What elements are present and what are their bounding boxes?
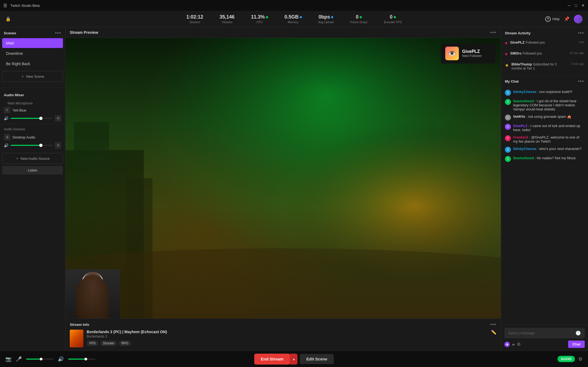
chat-menu-button[interactable]: ••• xyxy=(578,79,584,84)
edit-stream-info-button[interactable]: ✏️ xyxy=(491,330,496,335)
caret-icon: ▲ xyxy=(292,357,295,361)
chat-text-stinkycheese-1: : non explosive build?! xyxy=(537,90,572,94)
stat-avg-upload: 0bps Avg Upload xyxy=(318,14,334,24)
encoder-fps-label: Encoder FPS xyxy=(384,20,402,24)
game-scene-svg xyxy=(65,38,501,318)
scenes-section: Scenes ••• Main Downtime Be Right Back ＋… xyxy=(0,27,65,88)
audio-sources-label: Audio Sources xyxy=(0,126,65,133)
edit-scene-button[interactable]: Edit Scene xyxy=(300,354,334,364)
settings-button[interactable]: ⚙ xyxy=(578,356,583,362)
camera-icon[interactable]: 📷 xyxy=(5,356,11,362)
webcam-person xyxy=(65,269,120,318)
stream-info-menu-button[interactable]: ••• xyxy=(490,322,496,327)
chat-avatar-seemsgood-2: S xyxy=(505,156,511,162)
scene-item-main[interactable]: Main xyxy=(2,38,63,48)
stat-cpu: 11.3% CPU xyxy=(251,14,268,24)
activity-body-biblethump: BibleThump Subscribed for 2 months at Ti… xyxy=(511,62,568,70)
viewers-label: Viewers xyxy=(222,20,232,24)
desktop-audio-slider-row: 🔊 ⚙ xyxy=(4,142,61,149)
preview-menu-button[interactable]: ••• xyxy=(490,30,496,35)
bottom-slider-track-2[interactable] xyxy=(68,359,95,360)
right-panel: Stream Activity ••• ♥ GivePLZ Followed y… xyxy=(501,27,588,351)
chat-message-seemsgood-1: S SeemsGood : I got rid of the shield he… xyxy=(501,97,588,113)
activity-item-giveplz: ♥ GivePLZ Followed you now xyxy=(501,38,588,49)
user-avatar[interactable] xyxy=(574,15,583,23)
follower-info: GivePLZ New Follower xyxy=(462,49,482,58)
minimize-button[interactable]: ─ xyxy=(568,3,571,8)
frame-drops-value: 0 xyxy=(356,14,362,20)
tag-fps: FPS xyxy=(87,341,98,346)
chat-input-placeholder[interactable]: Send a message xyxy=(508,331,573,335)
desktop-audio-icon: 🖥 xyxy=(4,134,10,140)
scene-item-be-right-back[interactable]: Be Right Back xyxy=(2,59,63,69)
statsbar-right: ? Help 📌 xyxy=(545,15,583,23)
new-audio-label: New Audio Source xyxy=(21,157,50,161)
viewers-value: 35,146 xyxy=(220,14,235,20)
end-stream-button[interactable]: End Stream xyxy=(254,354,290,365)
microphone-bottom-icon[interactable]: 🎤 xyxy=(16,356,22,362)
bottom-slider-thumb-2[interactable] xyxy=(84,358,87,360)
chat-actions: ◉ ∞ ⚙ Chat xyxy=(504,341,585,348)
session-value: 1:02:12 xyxy=(186,14,203,20)
end-stream-caret-button[interactable]: ▲ xyxy=(290,354,298,365)
session-label: Session xyxy=(189,20,200,24)
chat-settings-button[interactable]: ⚙ xyxy=(517,342,521,347)
memory-dot xyxy=(300,16,302,18)
chat-avatar-giveplz: G xyxy=(505,124,511,130)
desktop-audio-settings-button[interactable]: ⚙ xyxy=(55,142,61,149)
encoder-fps-dot xyxy=(394,16,396,18)
new-scene-button[interactable]: ＋ New Scene xyxy=(2,71,63,82)
scene-item-downtime[interactable]: Downtime xyxy=(2,49,63,58)
scenes-menu-button[interactable]: ••• xyxy=(55,31,61,35)
stream-activity-menu-button[interactable]: ••• xyxy=(578,31,584,35)
chat-message-seemsgood-2: S SeemsGood : No nades? Not my Moze. xyxy=(501,154,588,164)
chat-content-seemsgood-2: SeemsGood : No nades? Not my Moze. xyxy=(513,156,584,160)
lock-icon: 🔒 xyxy=(5,17,11,21)
new-audio-source-button[interactable]: ＋ New Audio Source xyxy=(2,153,63,164)
menu-icon[interactable]: ☰ xyxy=(3,3,7,8)
infinity-text: ∞ xyxy=(512,342,515,347)
listen-button[interactable]: Listen xyxy=(2,166,63,175)
desktop-audio-slider-fill xyxy=(11,145,41,146)
preview-title: Stream Preview xyxy=(70,30,98,35)
bottom-slider-thumb-1[interactable] xyxy=(40,358,43,360)
microphone-slider-row: 🔊 ⚙ xyxy=(4,115,61,122)
bottom-slider-track-1[interactable] xyxy=(26,359,53,360)
desktop-audio-slider[interactable] xyxy=(11,145,53,146)
heart-icon-giveplz: ♥ xyxy=(505,41,508,46)
lock-section: 🔒 xyxy=(5,16,11,22)
chat-header: My Chat ••• xyxy=(501,76,588,86)
stat-frame-drops: 0 Frame Drops xyxy=(350,14,368,24)
close-button[interactable]: ✕ xyxy=(581,3,585,8)
microphone-settings-button[interactable]: ⚙ xyxy=(55,115,61,122)
cpu-label: CPU xyxy=(256,20,263,24)
chat-title: My Chat xyxy=(505,79,519,83)
chat-send-button[interactable]: Chat xyxy=(568,341,585,348)
activity-desc-giveplz: Followed you xyxy=(526,41,545,44)
emoji-button[interactable]: 🕐 xyxy=(575,330,581,336)
tag-rpg: RPG xyxy=(119,341,131,346)
activity-time-giveplz: now xyxy=(579,40,584,44)
help-button[interactable]: ? Help xyxy=(545,16,560,22)
follower-status: New Follower xyxy=(462,54,482,58)
maximize-button[interactable]: □ xyxy=(575,3,577,8)
chat-input-box[interactable]: Send a message 🕐 xyxy=(504,328,585,338)
desktop-audio-name: Desktop Audio xyxy=(13,135,35,139)
desktop-audio-slider-thumb[interactable] xyxy=(39,144,43,147)
avg-upload-label: Avg Upload xyxy=(318,20,334,24)
preview-header: Stream Preview ••• xyxy=(65,27,501,38)
main-layout: Scenes ••• Main Downtime Be Right Back ＋… xyxy=(0,27,588,351)
speaker-icon[interactable]: 🔊 xyxy=(58,356,64,362)
chat-avatar-stinkycheese-2: S xyxy=(505,147,511,153)
pin-icon[interactable]: 📌 xyxy=(564,16,569,22)
chat-content-stinkycheese-2: StinkyCheese : who's your next character… xyxy=(513,147,584,151)
microphone-label: Main Microphone xyxy=(4,100,61,107)
chat-input-area: Send a message 🕐 ◉ ∞ ⚙ Chat xyxy=(501,325,588,351)
game-thumbnail-art xyxy=(70,330,83,347)
chat-avatar-seemsgood: S xyxy=(505,99,511,105)
audio-mixer-section: Audio Mixer Main Microphone 🎙 Yeti Blue … xyxy=(0,88,65,181)
chat-message-frankerz: F FrankerZ : @GivePLZ, welcome to one of… xyxy=(501,134,588,145)
app-title: Twitch Studio Beta xyxy=(10,4,40,8)
microphone-slider-thumb[interactable] xyxy=(39,117,43,120)
microphone-slider[interactable] xyxy=(11,118,53,119)
